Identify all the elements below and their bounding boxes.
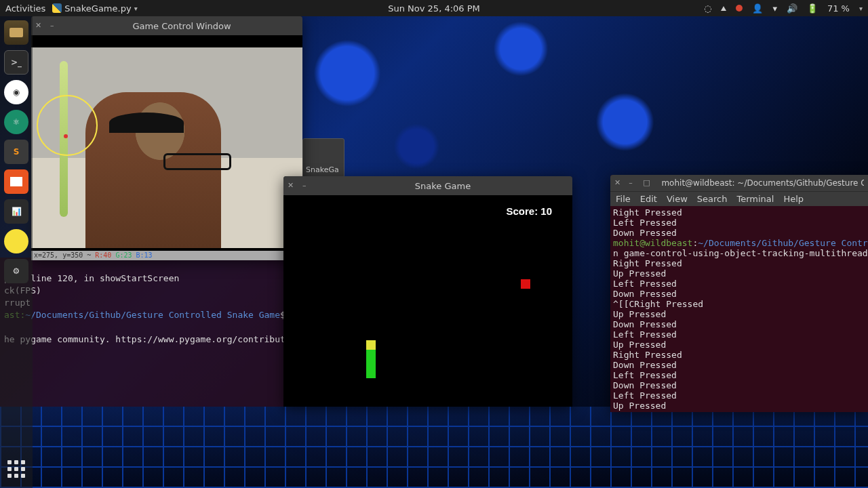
minimize-icon[interactable]: – [629,179,636,187]
clock[interactable]: Sun Nov 25, 4:06 PM [388,3,480,14]
snake-head [366,340,376,350]
window-title: mohit@wildbeast: ~/Documents/Github/Gest… [661,178,864,188]
indicator-icon[interactable] [721,6,726,11]
dock-atom[interactable]: ⚛ [4,110,28,134]
dock-misc-app[interactable] [4,229,28,253]
snake-food [521,279,530,289]
terminal-menubar: File Edit View Search Terminal Help [610,191,868,206]
window-title: Snake Game [317,181,568,191]
network-icon[interactable]: ▾ [772,3,777,14]
dock-software[interactable] [4,169,28,194]
python-icon [52,3,62,13]
screen-record-icon[interactable] [736,5,743,12]
background-tab[interactable]: SnakeGa [302,138,344,178]
bg-term-line: he pygame community. https://www.pygame.… [4,334,302,344]
score-label: Score: [506,205,540,217]
battery-icon[interactable]: 🔋 [807,3,818,14]
dock-settings[interactable]: ⚙ [4,259,28,283]
battery-percent: 71 % [827,3,850,14]
minimize-icon[interactable]: – [50,22,58,30]
menu-help[interactable]: Help [783,194,804,204]
terminal-window: ✕ – □ mohit@wildbeast: ~/Documents/Githu… [610,175,868,412]
activities-button[interactable]: Activities [5,3,45,14]
game-control-window: ✕ – Game Control Window x=275, y=350 ~ R… [31,16,302,260]
window-title: Game Control Window [65,21,298,31]
webcam-person [85,92,221,248]
user-icon[interactable]: 👤 [752,3,763,14]
webcam-status-bar: x=275, y=350 ~ R:40 G:23 B:13 [31,251,302,260]
tracking-centroid [64,134,68,138]
snake-body-segment [366,350,376,378]
accessibility-icon[interactable]: ◌ [704,3,711,14]
maximize-icon[interactable]: □ [643,179,650,187]
bg-term-path: ~/Documents/Github/Gesture Controlled Sn… [25,310,280,320]
dock-system-monitor[interactable]: 📊 [4,199,28,224]
status-xy: x=275, y=350 ~ [34,251,91,260]
menu-search[interactable]: Search [697,194,728,204]
menu-edit[interactable]: Edit [640,194,657,204]
launcher-dock: >_ ◉ ⚛ S 📊 ⚙ [0,16,33,488]
close-icon[interactable]: ✕ [288,182,296,190]
webcam-feed: x=275, y=350 ~ R:40 G:23 B:13 [31,35,302,260]
dock-sublime[interactable]: S [4,140,28,164]
background-terminal[interactable]: py", line 120, in showStartScreen ck(FPS… [0,258,302,407]
minimize-icon[interactable]: – [302,182,311,190]
menu-file[interactable]: File [616,194,631,204]
background-tab-label: SnakeGa [306,165,339,174]
dock-terminal[interactable]: >_ [4,50,28,75]
status-r: R:40 [95,251,111,260]
snake-game-window: ✕ – Snake Game Score: 10 [283,176,572,407]
menu-view[interactable]: View [667,194,688,204]
app-menu-label: SnakeGame.py [64,3,131,14]
tracking-circle [37,95,98,156]
app-menu[interactable]: SnakeGame.py ▾ [52,3,137,14]
terminal-output[interactable]: Right Pressed Left Pressed Down Pressed … [610,206,868,412]
score-display: Score: 10 [506,206,552,216]
close-icon[interactable]: ✕ [614,179,622,187]
status-g: G:23 [115,251,132,260]
dock-chrome[interactable]: ◉ [4,80,28,104]
score-value: 10 [540,205,552,217]
status-b: B:13 [136,251,152,260]
dock-files[interactable] [4,20,28,45]
close-icon[interactable]: ✕ [35,22,43,30]
gnome-top-bar: Activities SnakeGame.py ▾ Sun Nov 25, 4:… [0,0,868,16]
menu-terminal[interactable]: Terminal [736,194,774,204]
snake-game-canvas[interactable]: Score: 10 [283,195,572,407]
volume-icon[interactable]: 🔊 [787,3,797,14]
show-applications-button[interactable] [4,457,28,481]
chevron-down-icon: ▾ [134,5,138,12]
system-menu-chevron-icon[interactable]: ▾ [859,5,863,12]
